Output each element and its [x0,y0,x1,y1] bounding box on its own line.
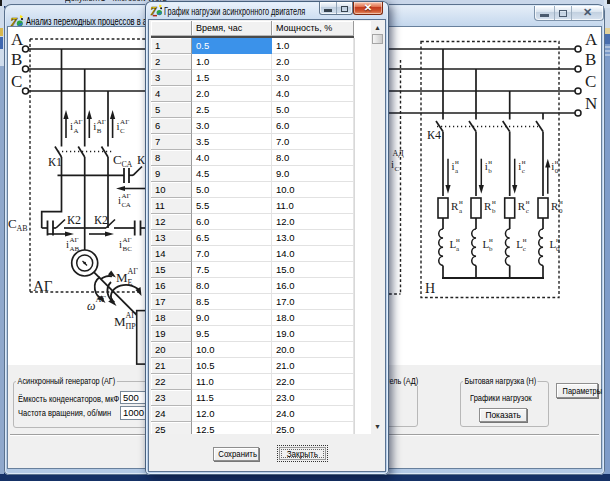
svg-text:АГ: АГ [122,192,131,200]
svg-text:b: b [489,245,493,253]
svg-text:А: А [74,127,79,135]
svg-text:К2: К2 [94,213,108,227]
svg-text:СА: СА [122,160,133,169]
svg-text:н: н [456,236,460,244]
svg-text:АГ: АГ [97,118,106,126]
svg-text:н: н [522,158,526,166]
svg-text:R: R [518,200,526,212]
svg-text:АГ: АГ [33,278,53,294]
svg-text:АВ: АВ [17,224,28,233]
svg-text:АД: АД [393,149,405,158]
svg-text:C: C [585,72,596,91]
svg-text:N: N [585,94,597,113]
svg-text:АГ: АГ [74,118,83,126]
svg-text:В: В [97,127,102,135]
svg-text:С: С [395,165,400,173]
svg-text:b: b [492,207,496,215]
svg-text:A: A [11,30,24,49]
svg-text:R: R [551,200,559,212]
svg-text:н: н [556,236,560,244]
svg-text:н: н [489,236,493,244]
svg-text:н: н [492,198,496,206]
svg-text:АГ: АГ [123,236,132,244]
svg-text:c: c [522,167,525,175]
svg-text:н: н [459,198,463,206]
svg-text:ω: ω [87,299,95,313]
svg-text:0: 0 [556,245,560,253]
svg-text:н: н [523,236,527,244]
svg-text:b: b [488,167,492,175]
svg-text:c: c [526,207,529,215]
svg-text:0: 0 [559,207,563,215]
svg-text:ВС: ВС [123,245,133,253]
svg-text:Е: Е [128,278,133,287]
svg-text:B: B [11,50,22,69]
svg-text:R: R [451,200,459,212]
svg-text:7: 7 [10,14,17,28]
svg-text:a: a [456,245,460,253]
svg-text:АГ: АГ [128,267,139,276]
svg-text:a: a [459,207,463,215]
svg-text:С: С [113,152,122,167]
svg-text:н: н [455,158,459,166]
svg-text:н: н [488,158,492,166]
svg-text:АГ: АГ [120,118,129,126]
svg-text:АГ: АГ [70,236,79,244]
svg-text:ПР: ПР [126,322,137,331]
svg-text:a: a [455,167,459,175]
svg-text:К4: К4 [427,128,441,142]
svg-text:н: н [559,198,563,206]
svg-text:C: C [11,72,22,91]
svg-text:М: М [116,270,128,285]
svg-text:A: A [585,30,598,49]
svg-text:С: С [120,127,125,135]
svg-text:М: М [114,314,126,329]
svg-text:С: С [8,216,17,231]
svg-text:К1: К1 [48,155,62,169]
svg-text:0: 0 [555,167,559,175]
svg-text:c: c [523,245,526,253]
svg-text:Н: Н [425,281,435,296]
svg-text:СА: СА [122,201,131,209]
svg-text:АГ: АГ [126,311,137,320]
svg-text:К2: К2 [67,213,81,227]
svg-text:н: н [526,198,530,206]
svg-text:АГ: АГ [96,295,107,304]
svg-text:R: R [484,200,492,212]
svg-text:н: н [555,158,559,166]
svg-text:B: B [585,50,596,69]
